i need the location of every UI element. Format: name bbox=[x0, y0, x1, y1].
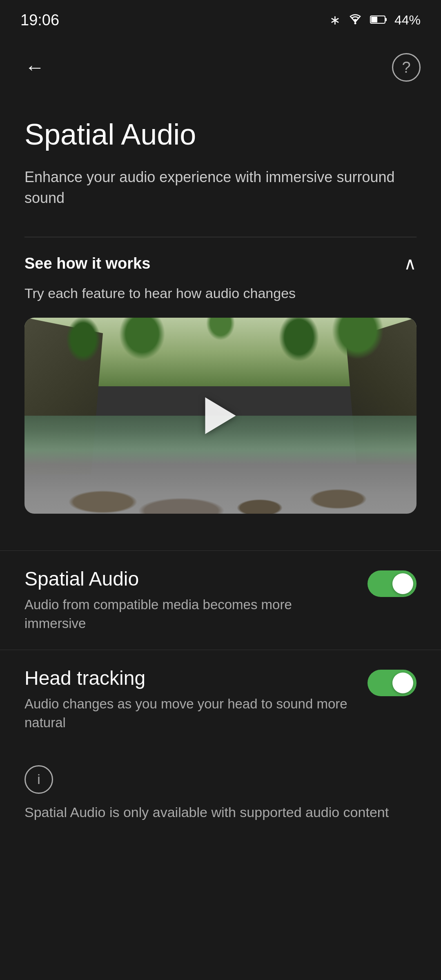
video-scene bbox=[24, 318, 416, 514]
page-title: Spatial Audio bbox=[24, 118, 416, 151]
head-tracking-toggle-knob bbox=[392, 673, 413, 693]
video-container[interactable] bbox=[24, 318, 416, 514]
info-section: i Spatial Audio is only available with s… bbox=[0, 749, 441, 831]
wifi-icon bbox=[348, 13, 363, 28]
info-note-text: Spatial Audio is only available with sup… bbox=[24, 804, 389, 820]
see-how-header[interactable]: See how it works ∧ bbox=[24, 254, 416, 274]
spatial-audio-row: Spatial Audio Audio from compatible medi… bbox=[24, 567, 416, 633]
spatial-audio-text: Spatial Audio Audio from compatible medi… bbox=[24, 567, 351, 633]
spatial-audio-section: Spatial Audio Audio from compatible medi… bbox=[0, 550, 441, 650]
spatial-audio-toggle[interactable] bbox=[368, 570, 416, 597]
help-icon: ? bbox=[402, 59, 410, 76]
spatial-audio-toggle-container bbox=[368, 567, 416, 597]
back-button[interactable]: ← bbox=[20, 53, 49, 82]
title-section: Spatial Audio Enhance your audio experie… bbox=[0, 94, 441, 216]
bluetooth-icon: ∗ bbox=[330, 12, 341, 28]
info-icon: i bbox=[24, 765, 53, 794]
battery-icon bbox=[370, 13, 387, 28]
play-button-overlay[interactable] bbox=[205, 397, 236, 434]
see-how-title: See how it works bbox=[24, 255, 150, 272]
svg-rect-3 bbox=[371, 17, 377, 22]
head-tracking-section: Head tracking Audio changes as you move … bbox=[0, 650, 441, 749]
spatial-audio-description: Audio from compatible media becomes more… bbox=[24, 595, 351, 633]
status-icons: ∗ 44% bbox=[330, 12, 421, 28]
battery-text: 44% bbox=[394, 13, 421, 28]
see-how-section: See how it works ∧ Try each feature to h… bbox=[0, 237, 441, 550]
status-bar: 19:06 ∗ 44% bbox=[0, 0, 441, 33]
spatial-audio-title: Spatial Audio bbox=[24, 567, 351, 591]
info-symbol: i bbox=[37, 771, 40, 787]
info-note: Spatial Audio is only available with sup… bbox=[24, 802, 416, 823]
see-how-description: Try each feature to hear how audio chang… bbox=[24, 284, 416, 303]
water-rocks bbox=[24, 455, 416, 514]
back-arrow-icon: ← bbox=[25, 58, 45, 77]
page-subtitle: Enhance your audio experience with immer… bbox=[24, 167, 416, 208]
play-icon bbox=[205, 397, 236, 434]
nav-bar: ← ? bbox=[0, 41, 441, 94]
head-tracking-toggle-container bbox=[368, 666, 416, 696]
head-tracking-description: Audio changes as you move your head to s… bbox=[24, 695, 351, 732]
head-tracking-text: Head tracking Audio changes as you move … bbox=[24, 666, 351, 733]
head-tracking-toggle[interactable] bbox=[368, 670, 416, 696]
status-time: 19:06 bbox=[20, 11, 59, 29]
toggle-knob bbox=[392, 573, 413, 594]
chevron-up-icon: ∧ bbox=[404, 254, 416, 274]
svg-rect-2 bbox=[385, 18, 387, 21]
info-icon-row: i bbox=[24, 765, 416, 794]
head-tracking-row: Head tracking Audio changes as you move … bbox=[24, 666, 416, 733]
head-tracking-title: Head tracking bbox=[24, 666, 351, 690]
help-button[interactable]: ? bbox=[392, 53, 421, 82]
svg-point-0 bbox=[354, 22, 356, 24]
